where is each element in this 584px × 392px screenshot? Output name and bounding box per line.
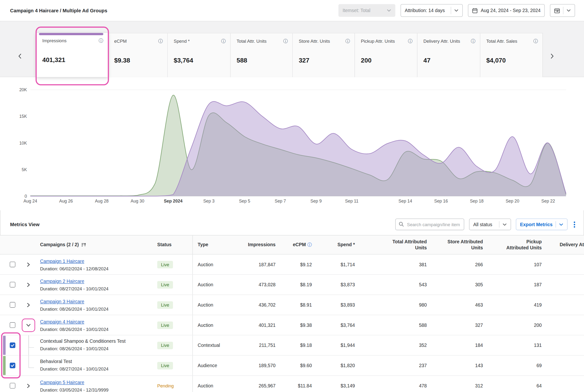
campaign-link[interactable]: Campaign 3 Haircare <box>40 299 84 304</box>
metric-card-ecpm[interactable]: eCPMⓘ$9.38 <box>108 33 168 77</box>
info-icon[interactable]: ⓘ <box>471 39 475 44</box>
status-cell: Live <box>152 261 192 268</box>
info-icon[interactable]: ⓘ <box>221 39 226 44</box>
metric-card-header: Spend *ⓘ <box>174 38 226 44</box>
spend-value: $1,820 <box>315 363 358 368</box>
metric-card-pickup-attr-units[interactable]: Pickup Attr. Unitsⓘ200 <box>355 33 418 77</box>
status-filter-dropdown[interactable]: All status <box>469 219 511 230</box>
impressions-value: 401,321 <box>237 322 278 328</box>
info-icon[interactable]: ⓘ <box>158 39 163 44</box>
info-icon[interactable]: ⓘ <box>408 39 412 44</box>
checkbox-cell <box>0 254 21 274</box>
type-label: Auction <box>198 262 214 267</box>
status-badge: Live <box>157 342 173 349</box>
type-cell: Auction <box>192 254 237 274</box>
info-icon[interactable]: ⓘ <box>345 39 350 44</box>
campaigns-column-header[interactable]: Campaigns (2 / 2) <box>36 242 152 248</box>
row-checkbox[interactable] <box>10 262 15 267</box>
metric-card-store-attr-units[interactable]: Store Attr. Unitsⓘ327 <box>293 33 355 77</box>
checkbox-cell <box>0 376 21 392</box>
chevron-down-icon <box>454 8 459 13</box>
expand-chevron-icon[interactable] <box>24 300 33 310</box>
metric-card-impressions[interactable]: Impressionsⓘ401,321 <box>36 33 108 77</box>
metric-card-delivery-attr-units[interactable]: Delivery Attr. Unitsⓘ47 <box>418 33 480 77</box>
cards-scroll-left-button[interactable] <box>16 51 24 61</box>
duration-label: Duration: 08/27/2024 - 10/01/2024 <box>40 286 149 292</box>
calendar-icon <box>472 8 478 13</box>
row-checkbox[interactable] <box>10 282 15 288</box>
spend-value: $3,873 <box>315 282 358 287</box>
x-tick-label: Aug 26 <box>59 199 73 204</box>
row-checkbox[interactable] <box>10 302 15 308</box>
metric-card-total-attr-units[interactable]: Total Attr. Unitsⓘ588 <box>230 33 292 77</box>
chevron-down-icon <box>559 222 564 227</box>
green-indicator-bar <box>3 356 6 375</box>
metric-card-label: Pickup Attr. Units <box>361 38 395 44</box>
row-checkbox[interactable] <box>10 363 15 368</box>
row-checkbox[interactable] <box>10 342 15 348</box>
campaign-name-cell: Campaign 4 HaircareDuration: 08/26/2024 … <box>36 318 152 332</box>
metric-card-label: Total Attr. Sales <box>486 38 517 44</box>
row-checkbox[interactable] <box>10 322 15 328</box>
expand-chevron-icon[interactable] <box>24 260 33 269</box>
total-attributed-units-column-header: Total Attributed Units <box>358 239 430 251</box>
spend-value: $3,764 <box>315 322 358 328</box>
divider <box>499 221 500 228</box>
metric-cards: Impressionsⓘ401,321eCPMⓘ$9.38Spend *ⓘ$3,… <box>36 33 543 77</box>
campaign-row: Campaign 3 HaircareDuration: 08/26/2024 … <box>0 295 584 315</box>
metric-card-header: eCPMⓘ <box>114 38 163 44</box>
sort-icon[interactable] <box>81 242 86 247</box>
kebab-menu-icon[interactable] <box>572 221 576 228</box>
campaign-link[interactable]: Campaign 1 Haircare <box>40 258 84 264</box>
date-range-picker[interactable]: Aug 24, 2024 - Sep 23, 2024 <box>468 4 545 17</box>
chevron-down-icon <box>502 222 507 227</box>
metric-card-label: Total Attr. Units <box>236 38 266 44</box>
store-attributed-units-value: 184 <box>430 343 486 348</box>
metrics-view-title: Metrics View <box>10 222 40 227</box>
campaign-name-cell: Campaign 2 HaircareDuration: 08/27/2024 … <box>36 277 152 292</box>
attribution-dropdown[interactable]: Attribution: 14 days <box>400 4 462 17</box>
info-icon[interactable]: ⓘ <box>307 242 312 248</box>
total-attributed-units-value: 478 <box>358 383 430 388</box>
chevron-down-icon <box>566 8 571 13</box>
campaign-link[interactable]: Campaign 4 Haircare <box>40 319 84 325</box>
status-column-header: Status <box>152 242 192 248</box>
type-label: Auction <box>198 302 214 308</box>
expand-cell <box>21 295 36 315</box>
ecpm-value: $9.38 <box>278 322 315 328</box>
info-icon[interactable]: ⓘ <box>99 38 103 43</box>
metric-card-header: Pickup Attr. Unitsⓘ <box>361 38 412 44</box>
search-input[interactable] <box>396 219 464 230</box>
pickup-attributed-units-value: 187 <box>486 282 545 287</box>
store-attributed-units-value: 266 <box>430 262 486 267</box>
campaign-link[interactable]: Campaign 2 Haircare <box>40 279 84 284</box>
type-cell: Auction <box>192 275 237 294</box>
metric-card-value: $3,764 <box>174 57 193 64</box>
duration-label: Duration: 03/05/2024 - 12/31/9999 <box>40 388 149 392</box>
x-tick-label: Sep 3 <box>203 199 214 204</box>
trend-chart: 05K10K15K20KAug 24Aug 26Aug 28Aug 30Sep … <box>0 77 584 210</box>
campaign-name-cell: Campaign 1 HaircareDuration: 06/02/2024 … <box>36 257 152 272</box>
expand-chevron-icon[interactable] <box>24 381 33 390</box>
info-icon[interactable]: ⓘ <box>533 39 538 44</box>
line-item-row: Contextual Shampoo & Conditioners TestDu… <box>0 335 584 356</box>
pickup-attributed-units-value: 107 <box>486 262 545 267</box>
expand-cell <box>21 254 36 274</box>
x-tick-label: Aug 30 <box>130 199 144 204</box>
date-compare-button[interactable] <box>550 4 575 17</box>
metric-card-total-attr-sales[interactable]: Total Attr. Salesⓘ$4,070 <box>480 33 543 77</box>
cards-scroll-right-button[interactable] <box>548 51 556 61</box>
campaign-link[interactable]: Campaign 5 Haircare <box>40 380 84 385</box>
expand-cell <box>21 376 36 392</box>
collapse-chevron-icon[interactable] <box>24 320 33 330</box>
row-checkbox[interactable] <box>10 383 15 388</box>
type-column-header: Type <box>192 235 237 254</box>
metrics-table: Campaigns (2 / 2) Status Type Impression… <box>0 235 584 392</box>
export-metrics-button[interactable]: Export Metrics <box>516 219 568 230</box>
metric-card-spend[interactable]: Spend *ⓘ$3,764 <box>168 33 231 77</box>
status-filter-label: All status <box>473 222 492 227</box>
expand-chevron-icon[interactable] <box>24 280 33 290</box>
total-attributed-units-value: 543 <box>358 282 430 287</box>
itemset-dropdown[interactable]: Itemset: Total <box>338 4 396 17</box>
info-icon[interactable]: ⓘ <box>283 39 288 44</box>
